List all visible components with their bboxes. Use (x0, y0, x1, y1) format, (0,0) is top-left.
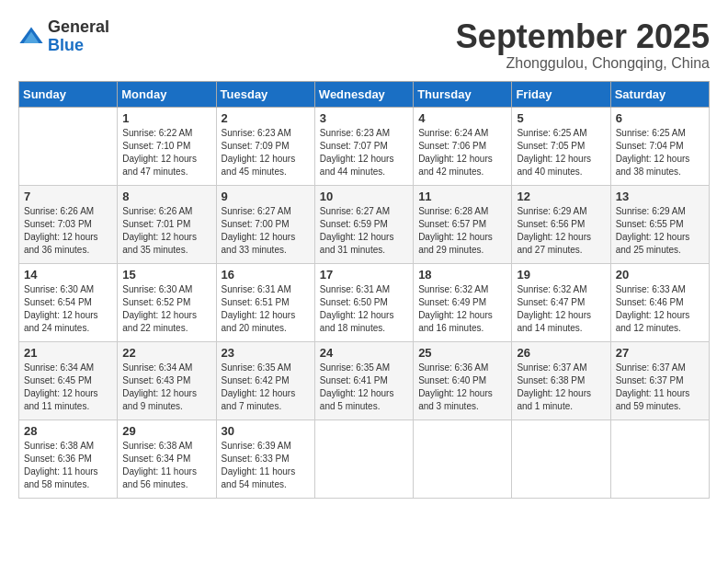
day-info: Sunrise: 6:27 AM Sunset: 6:59 PM Dayligh… (320, 205, 408, 257)
calendar-cell: 23Sunrise: 6:35 AM Sunset: 6:42 PM Dayli… (216, 341, 314, 419)
calendar-cell (610, 419, 709, 498)
week-row-3: 14Sunrise: 6:30 AM Sunset: 6:54 PM Dayli… (19, 263, 710, 341)
header-cell-saturday: Saturday (610, 81, 709, 107)
page-header: General Blue September 2025 Zhonggulou, … (18, 18, 710, 72)
week-row-1: 1Sunrise: 6:22 AM Sunset: 7:10 PM Daylig… (19, 107, 710, 185)
day-info: Sunrise: 6:25 AM Sunset: 7:05 PM Dayligh… (517, 127, 605, 178)
day-info: Sunrise: 6:38 AM Sunset: 6:36 PM Dayligh… (24, 440, 112, 491)
calendar-cell: 28Sunrise: 6:38 AM Sunset: 6:36 PM Dayli… (19, 419, 118, 498)
logo: General Blue (18, 18, 109, 55)
calendar-body: 1Sunrise: 6:22 AM Sunset: 7:10 PM Daylig… (19, 107, 710, 498)
calendar-cell (314, 419, 413, 498)
calendar-cell: 13Sunrise: 6:29 AM Sunset: 6:55 PM Dayli… (610, 185, 709, 263)
calendar-cell: 18Sunrise: 6:32 AM Sunset: 6:49 PM Dayli… (414, 263, 512, 341)
calendar-cell: 6Sunrise: 6:25 AM Sunset: 7:04 PM Daylig… (610, 107, 709, 185)
calendar-cell: 1Sunrise: 6:22 AM Sunset: 7:10 PM Daylig… (118, 107, 216, 185)
day-number: 16 (222, 268, 310, 282)
calendar-cell: 11Sunrise: 6:28 AM Sunset: 6:57 PM Dayli… (414, 185, 512, 263)
day-info: Sunrise: 6:34 AM Sunset: 6:45 PM Dayligh… (24, 362, 112, 413)
week-row-2: 7Sunrise: 6:26 AM Sunset: 7:03 PM Daylig… (19, 185, 710, 263)
day-number: 12 (517, 190, 605, 203)
day-number: 3 (320, 111, 408, 125)
day-number: 10 (320, 190, 408, 203)
day-info: Sunrise: 6:33 AM Sunset: 6:46 PM Dayligh… (616, 283, 704, 335)
calendar-cell: 21Sunrise: 6:34 AM Sunset: 6:45 PM Dayli… (19, 341, 118, 419)
day-number: 30 (222, 424, 310, 438)
calendar-cell: 2Sunrise: 6:23 AM Sunset: 7:09 PM Daylig… (216, 107, 314, 185)
calendar-cell (512, 419, 610, 498)
day-info: Sunrise: 6:34 AM Sunset: 6:43 PM Dayligh… (122, 362, 210, 413)
day-info: Sunrise: 6:27 AM Sunset: 7:00 PM Dayligh… (222, 205, 310, 257)
header-cell-monday: Monday (118, 81, 216, 107)
logo-blue: Blue (48, 37, 109, 55)
calendar-cell: 7Sunrise: 6:26 AM Sunset: 7:03 PM Daylig… (19, 185, 118, 263)
day-info: Sunrise: 6:36 AM Sunset: 6:40 PM Dayligh… (418, 362, 506, 413)
day-number: 21 (24, 346, 112, 360)
calendar-cell: 5Sunrise: 6:25 AM Sunset: 7:05 PM Daylig… (512, 107, 610, 185)
day-number: 6 (616, 111, 704, 125)
day-info: Sunrise: 6:38 AM Sunset: 6:34 PM Dayligh… (122, 440, 210, 491)
calendar-cell: 16Sunrise: 6:31 AM Sunset: 6:51 PM Dayli… (216, 263, 314, 341)
calendar-cell: 9Sunrise: 6:27 AM Sunset: 7:00 PM Daylig… (216, 185, 314, 263)
day-info: Sunrise: 6:32 AM Sunset: 6:49 PM Dayligh… (418, 283, 506, 335)
day-number: 8 (122, 190, 210, 203)
day-number: 20 (616, 268, 704, 282)
calendar-cell: 12Sunrise: 6:29 AM Sunset: 6:56 PM Dayli… (512, 185, 610, 263)
calendar-cell: 25Sunrise: 6:36 AM Sunset: 6:40 PM Dayli… (414, 341, 512, 419)
header-row: SundayMondayTuesdayWednesdayThursdayFrid… (19, 81, 710, 107)
calendar-cell: 3Sunrise: 6:23 AM Sunset: 7:07 PM Daylig… (314, 107, 413, 185)
day-number: 2 (222, 111, 310, 125)
logo-icon (18, 24, 44, 50)
day-info: Sunrise: 6:39 AM Sunset: 6:33 PM Dayligh… (222, 440, 310, 491)
day-info: Sunrise: 6:23 AM Sunset: 7:07 PM Dayligh… (320, 127, 408, 178)
calendar-cell: 8Sunrise: 6:26 AM Sunset: 7:01 PM Daylig… (118, 185, 216, 263)
day-info: Sunrise: 6:37 AM Sunset: 6:38 PM Dayligh… (517, 362, 605, 413)
calendar-cell (414, 419, 512, 498)
calendar-cell: 22Sunrise: 6:34 AM Sunset: 6:43 PM Dayli… (118, 341, 216, 419)
day-number: 17 (320, 268, 408, 282)
day-number: 29 (122, 424, 210, 438)
day-number: 1 (122, 111, 210, 125)
day-number: 9 (222, 190, 310, 203)
day-number: 4 (418, 111, 506, 125)
day-number: 25 (418, 346, 506, 360)
logo-general: General (48, 18, 109, 37)
day-info: Sunrise: 6:29 AM Sunset: 6:56 PM Dayligh… (517, 205, 605, 257)
calendar-cell: 24Sunrise: 6:35 AM Sunset: 6:41 PM Dayli… (314, 341, 413, 419)
day-info: Sunrise: 6:29 AM Sunset: 6:55 PM Dayligh… (616, 205, 704, 257)
calendar-cell: 19Sunrise: 6:32 AM Sunset: 6:47 PM Dayli… (512, 263, 610, 341)
day-info: Sunrise: 6:25 AM Sunset: 7:04 PM Dayligh… (616, 127, 704, 178)
day-number: 24 (320, 346, 408, 360)
day-info: Sunrise: 6:30 AM Sunset: 6:52 PM Dayligh… (122, 283, 210, 335)
day-number: 11 (418, 190, 506, 203)
title-block: September 2025 Zhonggulou, Chongqing, Ch… (456, 18, 710, 72)
day-info: Sunrise: 6:35 AM Sunset: 6:42 PM Dayligh… (222, 362, 310, 413)
calendar-cell: 29Sunrise: 6:38 AM Sunset: 6:34 PM Dayli… (118, 419, 216, 498)
calendar-cell: 17Sunrise: 6:31 AM Sunset: 6:50 PM Dayli… (314, 263, 413, 341)
week-row-4: 21Sunrise: 6:34 AM Sunset: 6:45 PM Dayli… (19, 341, 710, 419)
header-cell-tuesday: Tuesday (216, 81, 314, 107)
calendar-cell: 10Sunrise: 6:27 AM Sunset: 6:59 PM Dayli… (314, 185, 413, 263)
week-row-5: 28Sunrise: 6:38 AM Sunset: 6:36 PM Dayli… (19, 419, 710, 498)
day-info: Sunrise: 6:26 AM Sunset: 7:03 PM Dayligh… (24, 205, 112, 257)
day-number: 26 (517, 346, 605, 360)
day-number: 19 (517, 268, 605, 282)
calendar-cell: 30Sunrise: 6:39 AM Sunset: 6:33 PM Dayli… (216, 419, 314, 498)
day-info: Sunrise: 6:31 AM Sunset: 6:51 PM Dayligh… (222, 283, 310, 335)
day-info: Sunrise: 6:31 AM Sunset: 6:50 PM Dayligh… (320, 283, 408, 335)
day-number: 14 (24, 268, 112, 282)
day-info: Sunrise: 6:37 AM Sunset: 6:37 PM Dayligh… (616, 362, 704, 413)
calendar-header: SundayMondayTuesdayWednesdayThursdayFrid… (19, 81, 710, 107)
calendar-table: SundayMondayTuesdayWednesdayThursdayFrid… (18, 81, 710, 499)
day-info: Sunrise: 6:24 AM Sunset: 7:06 PM Dayligh… (418, 127, 506, 178)
calendar-cell: 26Sunrise: 6:37 AM Sunset: 6:38 PM Dayli… (512, 341, 610, 419)
day-number: 15 (122, 268, 210, 282)
calendar-cell: 14Sunrise: 6:30 AM Sunset: 6:54 PM Dayli… (19, 263, 118, 341)
calendar-cell (19, 107, 118, 185)
day-number: 5 (517, 111, 605, 125)
day-number: 22 (122, 346, 210, 360)
day-number: 7 (24, 190, 112, 203)
calendar-cell: 4Sunrise: 6:24 AM Sunset: 7:06 PM Daylig… (414, 107, 512, 185)
day-number: 23 (222, 346, 310, 360)
day-info: Sunrise: 6:22 AM Sunset: 7:10 PM Dayligh… (122, 127, 210, 178)
